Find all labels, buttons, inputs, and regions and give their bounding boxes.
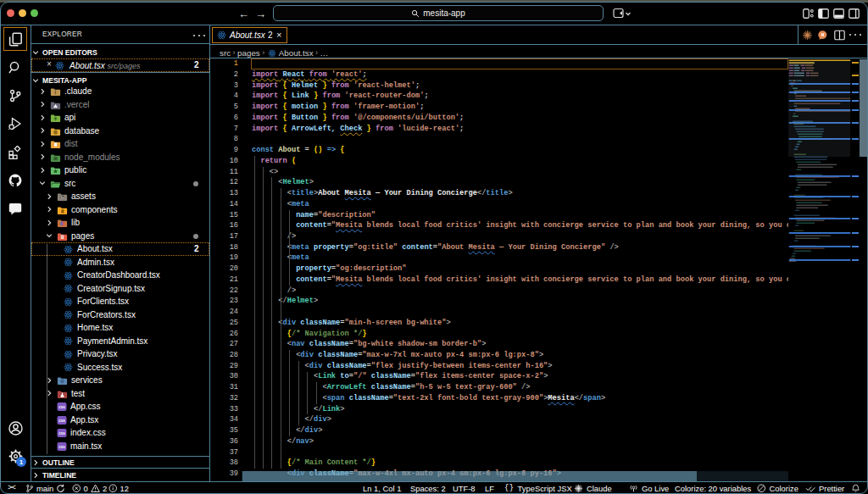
svg-text:css: css (58, 406, 65, 410)
svg-text:css: css (58, 432, 65, 436)
svg-text:css: css (58, 445, 65, 449)
svg-text:css: css (58, 419, 65, 423)
